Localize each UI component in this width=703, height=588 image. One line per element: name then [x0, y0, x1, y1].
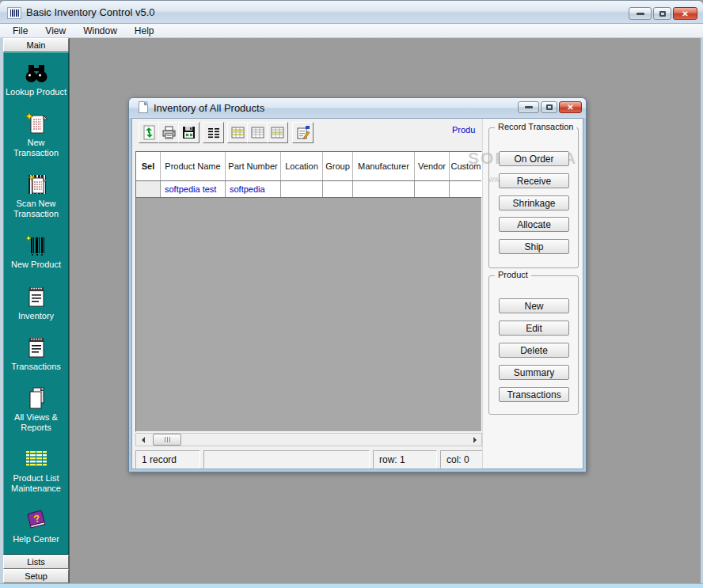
refresh-icon [142, 125, 157, 140]
sidebar-item-label: Transactions [11, 362, 61, 372]
sidebar-item-label: Scan New Transaction [5, 199, 68, 219]
toolbar-refresh-button[interactable] [139, 122, 160, 143]
sidebar-item-new-transaction[interactable]: New Transaction [5, 112, 68, 158]
product-group-title: Product [495, 270, 531, 279]
report-columns-icon [206, 125, 221, 140]
sidebar-item-transactions[interactable]: Transactions [5, 336, 68, 372]
new-receipt-icon [25, 112, 48, 135]
shrinkage-button[interactable]: Shrinkage [499, 195, 569, 211]
sidebar-item-scan-new-transaction[interactable]: Scan New Transaction [5, 173, 68, 219]
table-row[interactable]: softpedia test softpedia [136, 181, 481, 198]
notepad-icon [26, 336, 47, 359]
sidebar-body: Lookup Product New Transaction Scan New … [3, 52, 69, 555]
products-corner-label: Produ [452, 125, 481, 135]
child-maximize-button[interactable] [541, 101, 557, 113]
products-grid: Sel Product Name Part Number Location Gr… [135, 151, 482, 432]
sidebar-tab-setup[interactable]: Setup [3, 569, 69, 583]
row-part-number-cell: softpedia [226, 181, 281, 197]
grid-empty-area [136, 198, 481, 431]
sidebar-tab-lists[interactable]: Lists [3, 555, 69, 569]
menu-help[interactable]: Help [126, 24, 163, 38]
sidebar-item-label: All Views & Reports [5, 412, 68, 433]
binoculars-icon [25, 61, 48, 85]
child-window-controls: ✕ [518, 101, 582, 113]
sidebar-item-label: Help Center [13, 534, 59, 544]
sidebar-item-inventory[interactable]: Inventory [5, 285, 68, 321]
menu-file[interactable]: File [4, 24, 36, 38]
app-barcode-icon [7, 7, 21, 19]
child-close-button[interactable]: ✕ [559, 101, 582, 113]
column-header-group: Group [323, 152, 353, 180]
allocate-button[interactable]: Allocate [499, 217, 569, 232]
minimize-button[interactable] [629, 7, 652, 20]
on-order-button[interactable]: On Order [499, 151, 569, 166]
sidebar-tab-main[interactable]: Main [3, 38, 69, 52]
scroll-left-button[interactable] [136, 434, 150, 446]
record-count-panel: 1 record [135, 450, 200, 469]
toolbar-grid-highlighted-button[interactable] [227, 122, 249, 143]
notepad-icon [26, 285, 47, 309]
row-vendor-cell [415, 181, 450, 197]
menu-view[interactable]: View [36, 24, 74, 38]
arrow-left-icon [142, 437, 145, 443]
toolbar-grid-line-button[interactable] [267, 122, 288, 143]
maximize-icon [659, 11, 666, 17]
document-icon [139, 101, 148, 113]
row-product-name-cell: softpedia test [161, 181, 226, 197]
column-header-product-name: Product Name [161, 152, 226, 180]
row-manufacturer-cell [353, 181, 415, 197]
horizontal-scrollbar[interactable] [135, 433, 482, 446]
product-new-button[interactable]: New [499, 298, 569, 313]
row-group-cell [323, 181, 353, 197]
sidebar-item-product-list-maintenance[interactable]: Product List Maintenance [5, 447, 68, 494]
toolbar-grid-plain-button[interactable] [247, 122, 268, 143]
record-transaction-group: Record Transaction On Order Receive Shri… [488, 127, 579, 268]
ship-button[interactable]: Ship [499, 239, 569, 254]
column-header-part-number: Part Number [226, 152, 281, 180]
product-group: Product New Edit Delete Summary Transact… [488, 275, 579, 415]
product-edit-button[interactable]: Edit [499, 321, 569, 336]
minimize-icon [525, 106, 533, 108]
minimize-icon [636, 13, 644, 15]
maximize-icon [546, 104, 553, 110]
sidebar-item-all-views-reports[interactable]: All Views & Reports [5, 386, 68, 433]
receive-button[interactable]: Receive [499, 173, 569, 188]
product-delete-button[interactable]: Delete [499, 343, 569, 358]
column-header-vendor: Vendor [415, 152, 450, 180]
child-client-area: Produ Sel Product Name Part Number Locat… [131, 118, 583, 469]
arrow-right-icon [473, 437, 477, 443]
close-button[interactable]: ✕ [673, 7, 697, 20]
toolbar-report-columns-button[interactable] [203, 122, 224, 143]
grid-line-icon [270, 125, 285, 140]
window-titlebar: Basic Inventory Control v5.0 ✕ [0, 0, 703, 24]
status-message-panel [203, 450, 370, 469]
scroll-right-button[interactable] [468, 434, 481, 446]
close-icon: ✕ [682, 9, 688, 18]
grid-highlighted-icon [230, 125, 245, 140]
column-header-location: Location [281, 152, 323, 180]
maximize-button[interactable] [653, 7, 671, 20]
product-summary-button[interactable]: Summary [499, 365, 569, 380]
menu-window[interactable]: Window [74, 24, 126, 38]
toolbar-save-export-button[interactable] [178, 122, 200, 143]
sidebar-item-label: New Transaction [5, 138, 68, 158]
application-window: Basic Inventory Control v5.0 ✕ File View… [0, 0, 703, 588]
child-window-title: Inventory of All Products [154, 98, 264, 118]
sidebar-item-label: Product List Maintenance [5, 473, 68, 494]
sidebar-item-lookup-product[interactable]: Lookup Product [5, 61, 68, 97]
action-panel: Record Transaction On Order Receive Shri… [482, 119, 583, 469]
documents-icon [25, 386, 48, 410]
record-transaction-group-title: Record Transaction [495, 122, 576, 131]
child-minimize-button[interactable] [518, 101, 539, 113]
toolbar-properties-button[interactable] [292, 122, 314, 143]
toolbar-print-button[interactable] [158, 122, 180, 143]
column-header-custom: Custom [450, 152, 482, 180]
product-transactions-button[interactable]: Transactions [499, 387, 569, 402]
column-header-manufacturer: Manufacturer [353, 152, 415, 180]
sidebar-item-label: New Product [11, 260, 61, 270]
scan-receipt-icon [25, 173, 48, 196]
sidebar-item-new-product[interactable]: New Product [5, 233, 68, 270]
scrollbar-thumb[interactable] [153, 434, 181, 446]
sidebar-item-help-center[interactable]: ? Help Center [5, 508, 68, 544]
window-bottom-border [0, 583, 703, 588]
